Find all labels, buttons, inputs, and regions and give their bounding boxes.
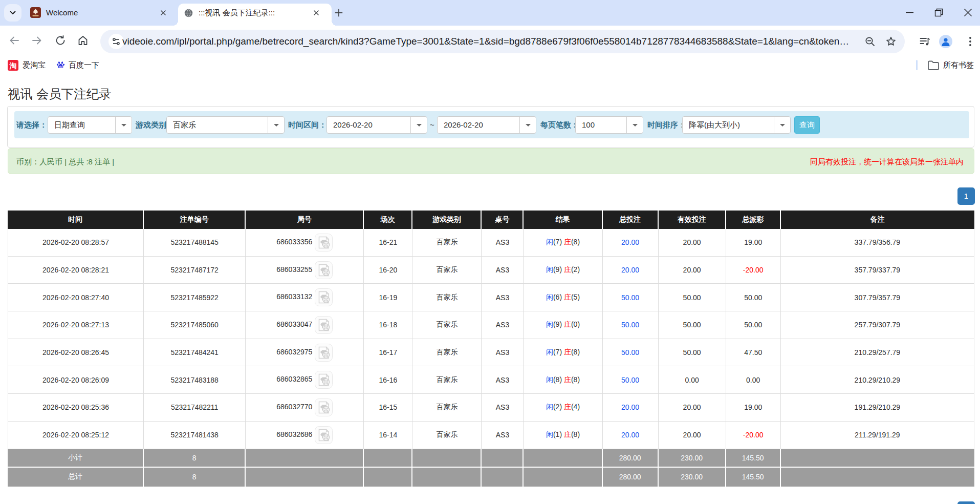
svg-text:du: du — [59, 65, 63, 68]
svg-text:淘: 淘 — [9, 61, 17, 70]
